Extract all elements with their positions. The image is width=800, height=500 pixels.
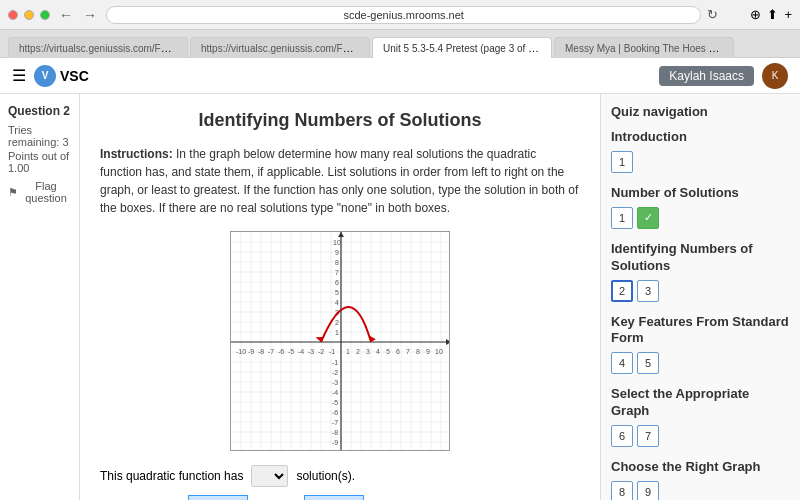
logo-text: VSC [60, 68, 89, 84]
main-content: Question 2 Tries remaining: 3 Points out… [0, 94, 800, 500]
browser-nav: ← → [56, 7, 100, 23]
nav-badge-1[interactable]: 1 [611, 151, 633, 173]
nav-badge-nos-check[interactable]: ✓ [637, 207, 659, 229]
solutions-count-label: This quadratic function has [100, 469, 243, 483]
quiz-nav-title: Quiz navigation [611, 104, 790, 119]
nav-section-key-features: Key Features From Standard Form 4 5 [611, 314, 790, 375]
app-bar-left: ☰ V VSC [12, 65, 89, 87]
nav-badge-id-3[interactable]: 3 [637, 280, 659, 302]
question-label: Question 2 [8, 104, 71, 118]
svg-text:10: 10 [333, 239, 341, 246]
nav-badges-choose-graph: 8 9 [611, 481, 790, 500]
svg-text:-2: -2 [318, 348, 324, 355]
svg-text:6: 6 [396, 348, 400, 355]
nav-section-title-key-features: Key Features From Standard Form [611, 314, 790, 348]
tab3-label: Unit 5 5.3-5.4 Pretest (page 3 of 11) [383, 42, 543, 54]
svg-marker-45 [338, 232, 344, 237]
solutions-form: This quadratic function has 0 1 2 soluti… [100, 465, 580, 500]
tab-3[interactable]: Unit 5 5.3-5.4 Pretest (page 3 of 11) [372, 37, 552, 58]
svg-text:8: 8 [416, 348, 420, 355]
svg-text:2: 2 [356, 348, 360, 355]
user-avatar[interactable]: K [762, 63, 788, 89]
tab4-label: Messy Mya | Booking The Hoes From New Wi… [565, 42, 734, 54]
nav-badge-cg-9[interactable]: 9 [637, 481, 659, 500]
points-label: Points out of 1.00 [8, 150, 71, 174]
svg-text:-1: -1 [329, 348, 335, 355]
svg-text:-1: -1 [332, 359, 338, 366]
svg-text:5: 5 [335, 289, 339, 296]
solution-x1-input[interactable] [188, 495, 248, 500]
svg-text:-4: -4 [332, 389, 338, 396]
graph-container: -10 -9 -8 -7 -6 -5 -4 -3 -2 -1 1 2 3 4 5… [100, 231, 580, 451]
svg-text:-10: -10 [236, 348, 246, 355]
nav-badges-identifying: 2 3 [611, 280, 790, 302]
nav-section-choose-graph: Choose the Right Graph 8 9 [611, 459, 790, 500]
minimize-btn[interactable] [24, 10, 34, 20]
svg-text:6: 6 [335, 279, 339, 286]
instructions-bold: Instructions: [100, 147, 173, 161]
svg-text:2: 2 [335, 319, 339, 326]
svg-text:4: 4 [376, 348, 380, 355]
close-btn[interactable] [8, 10, 18, 20]
left-sidebar: Question 2 Tries remaining: 3 Points out… [0, 94, 80, 500]
back-button[interactable]: ← [56, 7, 76, 23]
nav-badge-id-2[interactable]: 2 [611, 280, 633, 302]
app-logo: V VSC [34, 65, 89, 87]
tab-2[interactable]: https://virtualsc.geniussis.com/FEDashbo… [190, 37, 370, 58]
svg-text:7: 7 [335, 269, 339, 276]
tab2-label: https://virtualsc.geniussis.com/FEDashbo… [201, 42, 370, 54]
page-title: Identifying Numbers of Solutions [100, 110, 580, 131]
nav-section-title-choose-graph: Choose the Right Graph [611, 459, 790, 476]
nav-badge-sg-7[interactable]: 7 [637, 425, 659, 447]
nav-badge-cg-8[interactable]: 8 [611, 481, 633, 500]
svg-text:4: 4 [335, 299, 339, 306]
logo-icon: V [34, 65, 56, 87]
extensions-icon[interactable]: ⊕ [750, 7, 761, 22]
nav-badge-sg-6[interactable]: 6 [611, 425, 633, 447]
nav-section-introduction: Introduction 1 [611, 129, 790, 173]
svg-text:1: 1 [335, 329, 339, 336]
solution-x2-input[interactable] [304, 495, 364, 500]
new-tab-icon[interactable]: + [784, 7, 792, 22]
flag-label: Flag question [21, 180, 71, 204]
svg-text:9: 9 [426, 348, 430, 355]
nav-badge-nos-1[interactable]: 1 [611, 207, 633, 229]
maximize-btn[interactable] [40, 10, 50, 20]
nav-badge-kf-5[interactable]: 5 [637, 352, 659, 374]
user-name-button[interactable]: Kaylah Isaacs [659, 66, 754, 86]
nav-section-select-graph: Select the Appropriate Graph 6 7 [611, 386, 790, 447]
app-bar: ☰ V VSC Kaylah Isaacs K [0, 58, 800, 94]
flag-question-button[interactable]: ⚑ Flag question [8, 180, 71, 204]
svg-text:-6: -6 [332, 409, 338, 416]
hamburger-menu[interactable]: ☰ [12, 66, 26, 85]
tab1-label: https://virtualsc.geniussis.com/FEDashbo… [19, 42, 188, 54]
svg-text:-5: -5 [288, 348, 294, 355]
nav-badges-number-of-solutions: 1 ✓ [611, 207, 790, 229]
solutions-suffix: solution(s). [296, 469, 355, 483]
right-sidebar: Quiz navigation Introduction 1 Number of… [600, 94, 800, 500]
svg-text:8: 8 [335, 259, 339, 266]
svg-text:-6: -6 [278, 348, 284, 355]
nav-badge-kf-4[interactable]: 4 [611, 352, 633, 374]
nav-section-title-introduction: Introduction [611, 129, 790, 146]
flag-icon: ⚑ [8, 186, 18, 199]
svg-text:-8: -8 [332, 429, 338, 436]
svg-text:-5: -5 [332, 399, 338, 406]
solutions-count-select[interactable]: 0 1 2 [251, 465, 288, 487]
tries-label: Tries remaining: 3 [8, 124, 71, 148]
svg-text:-7: -7 [268, 348, 274, 355]
address-bar[interactable]: scde-genius.mrooms.net [106, 6, 701, 24]
share-icon[interactable]: ⬆ [767, 7, 778, 22]
svg-text:1: 1 [346, 348, 350, 355]
nav-section-title-number-of-solutions: Number of Solutions [611, 185, 790, 202]
svg-text:-2: -2 [332, 369, 338, 376]
svg-text:-8: -8 [258, 348, 264, 355]
forward-button[interactable]: → [80, 7, 100, 23]
svg-text:3: 3 [366, 348, 370, 355]
tab-4[interactable]: Messy Mya | Booking The Hoes From New Wi… [554, 37, 734, 58]
svg-text:-7: -7 [332, 419, 338, 426]
nav-badges-key-features: 4 5 [611, 352, 790, 374]
reload-icon[interactable]: ↻ [707, 7, 718, 22]
svg-text:-3: -3 [308, 348, 314, 355]
tab-1[interactable]: https://virtualsc.geniussis.com/FEDashbo… [8, 37, 188, 58]
